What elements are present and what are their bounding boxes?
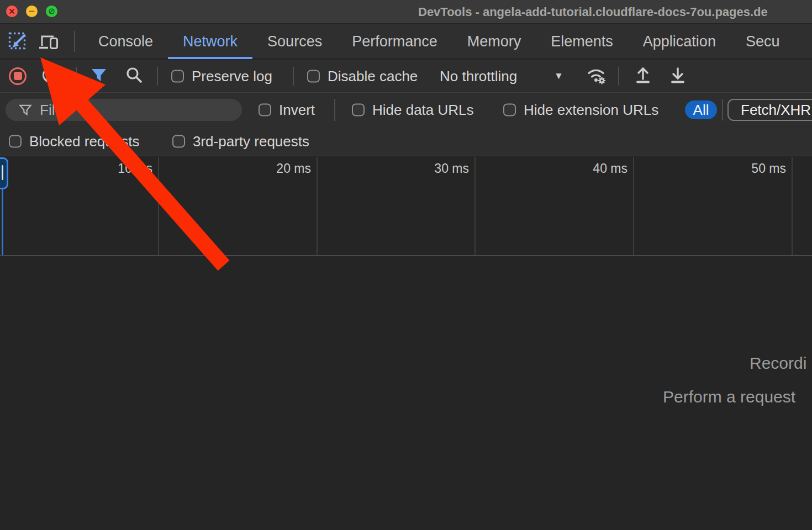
import-har-button[interactable] xyxy=(633,66,653,87)
record-network-log-button[interactable] xyxy=(9,67,27,85)
disable-cache-label: Disable cache xyxy=(328,67,418,84)
overview-selection-handle[interactable] xyxy=(0,157,8,189)
record-stop-icon xyxy=(14,72,22,80)
overview-selection-edge xyxy=(2,189,3,255)
handle-grip-icon xyxy=(2,165,3,180)
request-type-all-button[interactable]: All xyxy=(685,100,717,119)
hide-data-urls-checkbox[interactable] xyxy=(352,103,365,116)
third-party-requests-checkbox-group[interactable]: 3rd-party requests xyxy=(172,133,309,150)
device-toolbar-icon xyxy=(38,33,59,50)
network-conditions-wifi-gear-icon xyxy=(586,65,607,85)
chevron-down-icon: ▼ xyxy=(554,71,563,82)
hide-data-urls-label: Hide data URLs xyxy=(372,101,474,118)
tab-network[interactable]: Network xyxy=(168,24,252,59)
timeline-gridline xyxy=(633,157,634,255)
invert-checkbox[interactable] xyxy=(259,103,271,116)
hide-data-urls-checkbox-group[interactable]: Hide data URLs xyxy=(352,101,474,118)
timeline-gridline xyxy=(317,157,318,255)
separator xyxy=(293,67,294,86)
active-tab-underline xyxy=(168,57,252,59)
tab-application[interactable]: Application xyxy=(628,24,731,59)
blocked-requests-checkbox-group[interactable]: Blocked requests xyxy=(9,133,139,150)
throttling-select[interactable]: No throttling xyxy=(440,67,517,84)
timeline-gridline xyxy=(158,157,159,255)
hide-extension-urls-label: Hide extension URLs xyxy=(524,101,658,118)
clear-network-log-button[interactable] xyxy=(41,66,60,87)
tab-sources[interactable]: Sources xyxy=(252,24,337,59)
timeline-gridline xyxy=(792,157,793,255)
empty-state-hint-text: Perform a request xyxy=(663,388,795,406)
devtools-tabbar: Console Network Sources Performance Memo… xyxy=(0,24,812,59)
tab-console[interactable]: Console xyxy=(83,24,168,59)
filter-bar-row2: Blocked requests 3rd-party requests xyxy=(0,127,812,156)
preserve-log-checkbox[interactable] xyxy=(171,70,184,82)
separator xyxy=(157,67,158,86)
network-toolbar: Preserve log Disable cache No throttling… xyxy=(0,60,812,93)
preserve-log-label: Preserve log xyxy=(192,67,272,84)
third-party-requests-checkbox[interactable] xyxy=(172,135,185,148)
timeline-tick-label: 40 ms xyxy=(593,161,628,176)
timeline-tick-label: 10 ms xyxy=(118,161,152,176)
request-type-fetch-xhr-button[interactable]: Fetch/XHR xyxy=(727,99,812,121)
window-title: DevTools - angela-add-tutorial.cloudflar… xyxy=(418,0,768,24)
empty-state-recording-text: Recordi xyxy=(750,354,806,373)
timeline-gridline xyxy=(474,157,476,255)
close-button[interactable] xyxy=(6,6,18,17)
tab-elements[interactable]: Elements xyxy=(536,24,628,59)
preserve-log-checkbox-group[interactable]: Preserve log xyxy=(171,67,272,84)
gear-icon xyxy=(598,77,605,84)
tab-security[interactable]: Secu xyxy=(731,24,795,59)
export-har-button[interactable] xyxy=(668,66,688,87)
separator xyxy=(74,31,75,52)
network-overview-timeline[interactable]: 10 ms 20 ms 30 ms 40 ms 50 ms xyxy=(0,157,812,256)
inspect-element-button[interactable] xyxy=(6,29,30,54)
minimize-button[interactable] xyxy=(26,6,38,17)
minimize-icon xyxy=(29,8,35,14)
tab-memory[interactable]: Memory xyxy=(452,24,536,59)
network-conditions-button[interactable] xyxy=(586,65,607,87)
blocked-requests-checkbox[interactable] xyxy=(9,135,22,148)
filter-funnel-small-icon xyxy=(19,103,32,116)
zoom-button[interactable] xyxy=(46,6,57,17)
timeline-tick-label: 50 ms xyxy=(751,161,786,176)
timeline-tick-label: 30 ms xyxy=(434,161,469,176)
devtools-window: DevTools - angela-add-tutorial.cloudflar… xyxy=(0,0,812,530)
zoom-slash-icon xyxy=(48,8,55,15)
separator xyxy=(722,99,723,120)
disable-cache-checkbox[interactable] xyxy=(307,70,320,82)
separator xyxy=(76,67,77,86)
filter-bar: Invert Hide data URLs Hide extension URL… xyxy=(0,93,812,126)
filter-funnel-icon xyxy=(90,67,108,83)
tab-performance[interactable]: Performance xyxy=(337,24,452,59)
show-filter-button[interactable] xyxy=(90,67,108,86)
hide-extension-urls-checkbox-group[interactable]: Hide extension URLs xyxy=(503,101,658,118)
filter-input-container[interactable] xyxy=(6,99,242,121)
download-icon xyxy=(668,66,688,84)
hide-extension-urls-checkbox[interactable] xyxy=(503,103,516,116)
invert-label: Invert xyxy=(279,101,315,118)
upload-icon xyxy=(633,66,653,84)
disable-cache-checkbox-group[interactable]: Disable cache xyxy=(307,67,418,84)
inspect-cursor-icon xyxy=(8,32,27,51)
filter-input[interactable] xyxy=(40,100,233,120)
close-icon xyxy=(9,8,15,14)
search-icon xyxy=(125,66,144,84)
invert-checkbox-group[interactable]: Invert xyxy=(259,101,315,118)
separator xyxy=(618,67,619,86)
clear-icon xyxy=(41,66,60,84)
blocked-requests-label: Blocked requests xyxy=(29,133,139,150)
toggle-device-toolbar-button[interactable] xyxy=(36,29,61,54)
titlebar: DevTools - angela-add-tutorial.cloudflar… xyxy=(0,0,812,24)
search-button[interactable] xyxy=(125,66,144,87)
timeline-tick-label: 20 ms xyxy=(276,161,311,176)
separator xyxy=(334,99,335,121)
third-party-requests-label: 3rd-party requests xyxy=(193,133,309,150)
